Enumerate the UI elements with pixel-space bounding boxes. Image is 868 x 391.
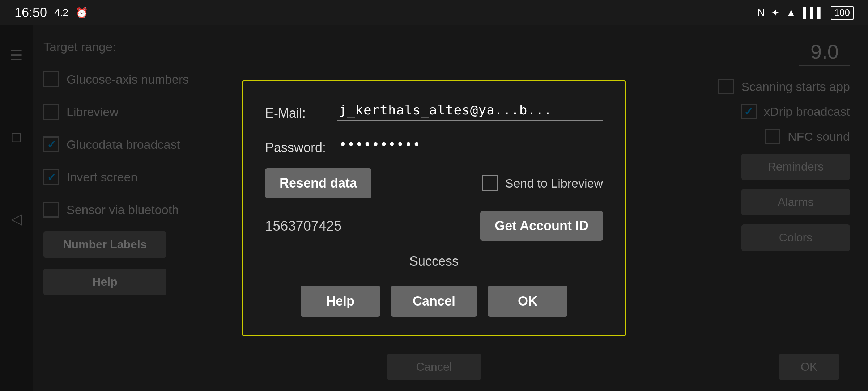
status-bar: 16:50 4.2 ⏰ N ✦ ▲ ▌▌▌ 100: [0, 0, 868, 25]
email-label: E-Mail:: [265, 106, 330, 121]
status-right: N ✦ ▲ ▌▌▌ 100: [757, 6, 854, 20]
resend-row: Resend data Send to Libreview: [265, 168, 603, 198]
nfc-icon: N: [757, 7, 765, 18]
resend-data-button[interactable]: Resend data: [265, 168, 371, 198]
dialog-buttons: Help Cancel OK: [265, 286, 603, 317]
libreview-dialog: E-Mail: j_kerthals_altes@ya...b... Passw…: [242, 80, 626, 336]
success-text: Success: [409, 254, 459, 269]
get-account-id-button[interactable]: Get Account ID: [480, 211, 603, 241]
status-left: 16:50 4.2 ⏰: [14, 5, 88, 20]
password-label: Password:: [265, 140, 330, 155]
send-libreview-label: Send to Libreview: [505, 176, 603, 190]
battery-icon: 100: [831, 6, 854, 20]
wifi-icon: ▲: [786, 7, 796, 18]
password-value[interactable]: ••••••••••: [337, 134, 603, 155]
status-version: 4.2: [54, 7, 68, 18]
dialog-cancel-button[interactable]: Cancel: [391, 286, 477, 317]
email-row: E-Mail: j_kerthals_altes@ya...b...: [265, 100, 603, 121]
bluetooth-icon: ✦: [771, 7, 779, 19]
dialog-overlay: E-Mail: j_kerthals_altes@ya...b... Passw…: [0, 25, 868, 391]
email-value[interactable]: j_kerthals_altes@ya...b...: [337, 100, 603, 121]
signal-icon: ▌▌▌: [803, 7, 824, 18]
checkbox-send-libreview[interactable]: [482, 175, 498, 191]
send-libreview-row: Send to Libreview: [482, 175, 603, 191]
account-row: 1563707425 Get Account ID: [265, 211, 603, 241]
dialog-help-button[interactable]: Help: [301, 286, 380, 317]
account-id-value: 1563707425: [265, 218, 341, 234]
alarm-icon: ⏰: [76, 7, 88, 19]
status-time: 16:50: [14, 5, 47, 20]
dialog-ok-button[interactable]: OK: [488, 286, 567, 317]
success-row: Success: [265, 254, 603, 269]
password-row: Password: ••••••••••: [265, 134, 603, 155]
